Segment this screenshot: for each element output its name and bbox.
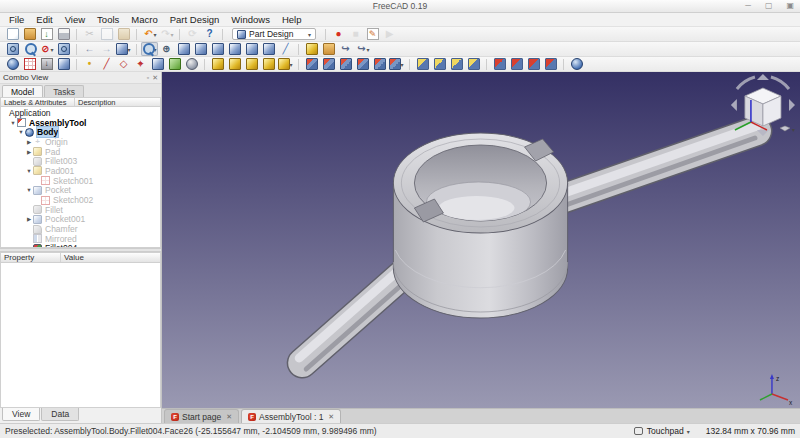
link-group-button[interactable]: [320, 42, 337, 56]
refresh-button[interactable]: ⟳: [184, 27, 201, 41]
view-front-button[interactable]: [175, 42, 192, 56]
menu-file[interactable]: File: [3, 13, 30, 26]
cut-button[interactable]: ✂: [81, 27, 98, 41]
thickness-button[interactable]: [542, 57, 559, 71]
view-fit-selection-button[interactable]: ⊕: [158, 42, 175, 56]
save-file-button[interactable]: ↓: [38, 27, 55, 41]
tree-expander-open-icon[interactable]: ▼: [17, 129, 25, 135]
mirrored-button[interactable]: [414, 57, 431, 71]
pad-button[interactable]: [209, 57, 226, 71]
linked-views-button[interactable]: ▾: [115, 42, 132, 56]
tree-item-fillet003[interactable]: Fillet003: [1, 156, 160, 166]
view-top-button[interactable]: [192, 42, 209, 56]
subtractive-loft-button[interactable]: [354, 57, 371, 71]
viewport-3d[interactable]: ▾ z x: [162, 72, 800, 408]
revolution-button[interactable]: [226, 57, 243, 71]
tab-close-icon[interactable]: ✕: [328, 413, 334, 421]
subtractive-pipe-button[interactable]: [371, 57, 388, 71]
menu-tools[interactable]: Tools: [91, 13, 125, 26]
groove-button[interactable]: [337, 57, 354, 71]
macro-edit-button[interactable]: ✎: [364, 27, 381, 41]
view-axonometric-button[interactable]: ▾: [141, 42, 158, 56]
tree-item-sketch002[interactable]: Sketch002: [1, 195, 160, 205]
menu-macro[interactable]: Macro: [125, 13, 163, 26]
link-import-all-button[interactable]: ↪▾: [354, 42, 371, 56]
nav-back-button[interactable]: ←: [81, 42, 98, 56]
clone-button[interactable]: [166, 57, 183, 71]
viewport-canvas[interactable]: ▾ z x: [162, 72, 800, 408]
tree-expander-open-icon[interactable]: ▼: [25, 187, 33, 193]
local-coordinate-system-button[interactable]: ⌖: [132, 57, 149, 71]
tab-tasks[interactable]: Tasks: [44, 85, 84, 97]
subtractive-helix-button[interactable]: ▾: [388, 57, 405, 71]
copy-button[interactable]: [98, 27, 115, 41]
tree-expander-closed-icon[interactable]: ▶: [25, 216, 33, 222]
navcube-menu-arrow-icon[interactable]: ▾: [792, 127, 795, 133]
fit-selection-button[interactable]: [21, 42, 38, 56]
tab-data[interactable]: Data: [41, 408, 79, 421]
tree-item-pocket001[interactable]: ▶Pocket001: [1, 215, 160, 225]
minimize-icon[interactable]: ─: [745, 1, 751, 10]
menu-edit[interactable]: Edit: [30, 13, 58, 26]
fit-all-button[interactable]: [4, 42, 21, 56]
box-zoom-button[interactable]: [55, 42, 72, 56]
navigation-style-selector[interactable]: Touchpad: [647, 426, 684, 436]
datum-point-button[interactable]: •: [81, 57, 98, 71]
mdi-tab-start-page[interactable]: FStart page✕: [164, 409, 239, 423]
macro-record-button[interactable]: ●: [330, 27, 347, 41]
maximize-icon[interactable]: ▢: [765, 1, 773, 10]
close-panel-icon[interactable]: ✕: [152, 74, 158, 82]
additive-helix-button[interactable]: ▾: [277, 57, 294, 71]
whats-this-button[interactable]: ?: [201, 27, 218, 41]
hole-button[interactable]: [320, 57, 337, 71]
undo-button[interactable]: ↶▾: [141, 27, 158, 41]
boolean-operation-button[interactable]: [183, 57, 200, 71]
additive-loft-button[interactable]: [243, 57, 260, 71]
tab-model[interactable]: Model: [2, 85, 43, 97]
tree-root-application[interactable]: Application: [1, 108, 160, 118]
datum-plane-button[interactable]: ◇: [115, 57, 132, 71]
nav-forward-button[interactable]: →: [98, 42, 115, 56]
property-editor[interactable]: [0, 263, 161, 408]
print-button[interactable]: [55, 27, 72, 41]
map-sketch-button[interactable]: ↓: [38, 57, 55, 71]
tree-expander-closed-icon[interactable]: ▶: [25, 139, 33, 145]
draw-style-button[interactable]: ⊘▾: [38, 42, 55, 56]
multitransform-button[interactable]: [465, 57, 482, 71]
menu-view[interactable]: View: [59, 13, 91, 26]
chamfer-button[interactable]: [508, 57, 525, 71]
tree-item-mirrored[interactable]: Mirrored: [1, 234, 160, 244]
tree-expander-open-icon[interactable]: ▼: [25, 168, 33, 174]
tree-item-origin[interactable]: ▶+Origin: [1, 137, 160, 147]
view-rear-button[interactable]: [226, 42, 243, 56]
redo-button[interactable]: ↷▾: [158, 27, 175, 41]
paste-button[interactable]: [115, 27, 132, 41]
macro-stop-button[interactable]: ■: [347, 27, 364, 41]
measure-distance-button[interactable]: ╱: [277, 42, 294, 56]
float-panel-icon[interactable]: ▫: [147, 74, 149, 82]
shape-binder-button[interactable]: [149, 57, 166, 71]
link-import-button[interactable]: ↪: [337, 42, 354, 56]
datum-line-button[interactable]: ╱: [98, 57, 115, 71]
tree-item-pad001[interactable]: ▼Pad001: [1, 166, 160, 176]
menu-part-design[interactable]: Part Design: [164, 13, 226, 26]
tree-item-body[interactable]: ▼Body: [1, 127, 160, 137]
tree-item-sketch001[interactable]: Sketch001: [1, 176, 160, 186]
view-bottom-button[interactable]: [243, 42, 260, 56]
tab-view[interactable]: View: [2, 408, 40, 421]
link-make-button[interactable]: [303, 42, 320, 56]
tree-expander-open-icon[interactable]: ▼: [9, 120, 17, 126]
tree-item-chamfer[interactable]: Chamfer: [1, 224, 160, 234]
tree-item-assemblytool[interactable]: ▼AssemblyTool: [1, 118, 160, 128]
workbench-selector[interactable]: Part Design▾: [232, 28, 316, 40]
new-file-button[interactable]: [4, 27, 21, 41]
additive-pipe-button[interactable]: [260, 57, 277, 71]
primitive-sphere-button[interactable]: [568, 57, 585, 71]
menu-windows[interactable]: Windows: [225, 13, 276, 26]
tab-close-icon[interactable]: ✕: [226, 413, 232, 421]
create-sketch-button[interactable]: [21, 57, 38, 71]
draft-button[interactable]: [525, 57, 542, 71]
view-left-button[interactable]: [260, 42, 277, 56]
macro-play-button[interactable]: ▶: [381, 27, 398, 41]
close-icon[interactable]: ▣: [786, 1, 794, 10]
